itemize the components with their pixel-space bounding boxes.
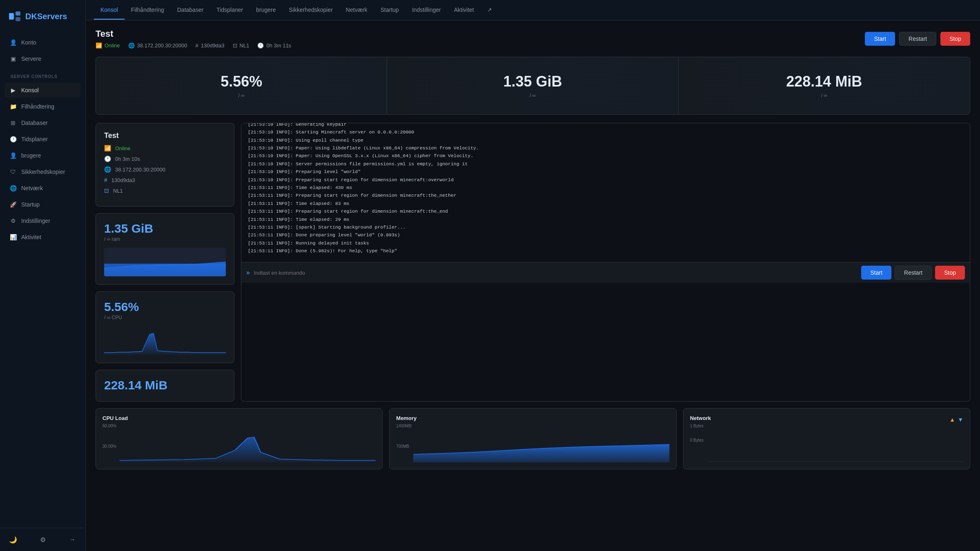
info-uptime-label: 0h 3m 10s — [115, 156, 140, 162]
theme-toggle-button[interactable]: 🌙 — [8, 535, 18, 544]
console-start-button[interactable]: Start — [861, 266, 891, 280]
server-region: ⊡ NL1 — [233, 42, 249, 49]
tab-tidsplaner[interactable]: Tidsplaner — [210, 1, 249, 20]
disk-preview-card: 228.14 MiB — [96, 370, 234, 402]
info-clock-icon: 🕐 — [104, 156, 111, 162]
cpu-label: / ∞ CPU — [104, 315, 226, 320]
folder-icon: 📁 — [10, 103, 16, 110]
tab-external[interactable]: ↗ — [481, 1, 499, 20]
konsol-icon: ▶ — [10, 87, 16, 93]
logo-icon — [8, 10, 21, 23]
sidebar-item-netvaerk[interactable]: 🌐 Netværk — [5, 181, 80, 196]
tab-sikkerhedskopier[interactable]: Sikkerhedskopier — [282, 1, 339, 20]
cpu-card: 5.56% / ∞ CPU — [96, 291, 234, 363]
clock-icon: 🕐 — [10, 136, 16, 142]
sidebar-item-aktivitet[interactable]: 📊 Aktivitet — [5, 230, 80, 244]
svg-rect-1 — [16, 11, 20, 16]
sidebar-item-indstillinger[interactable]: ⚙ Indstillinger — [5, 213, 80, 228]
stop-button[interactable]: Stop — [940, 32, 970, 46]
sidebar-item-konsol[interactable]: ▶ Konsol — [5, 83, 80, 98]
tab-indstillinger[interactable]: Indstillinger — [405, 1, 448, 20]
console-line: [21:53:10 INFO]: Preparing level "world" — [248, 168, 963, 176]
two-col-layout: Test 📶 Online 🕐 0h 3m 10s 🌐 38.172.200.3… — [96, 123, 970, 402]
sidebar-item-servere[interactable]: ▣ Servere — [5, 51, 80, 66]
external-link-icon: ↗ — [487, 7, 492, 13]
stat-ram: 1.35 GiB / ∞ — [387, 57, 678, 114]
cpu-load-scale-mid: 30.00% — [102, 444, 116, 449]
console-restart-button[interactable]: Restart — [895, 266, 932, 280]
sidebar-item-startup[interactable]: 🚀 Startup — [5, 197, 80, 212]
sidebar-item-brugere-label: brugere — [21, 152, 41, 159]
memory-scale-mid: 700MB — [396, 444, 409, 449]
settings-button[interactable]: ⚙ — [38, 535, 48, 544]
info-status-label: Online — [115, 145, 131, 151]
sidebar-item-filhaandtering[interactable]: 📁 Filhåndtering — [5, 99, 80, 114]
logo: DKServers — [0, 0, 85, 35]
sidebar-item-konsol-label: Konsol — [21, 87, 39, 93]
cpu-chart-container — [104, 326, 226, 355]
ram-card: 1.35 GiB / ∞ ram — [96, 213, 234, 285]
console-input[interactable] — [254, 270, 858, 276]
status-label: Online — [105, 42, 120, 49]
info-id-label: 130d9da3 — [111, 177, 135, 183]
logout-button[interactable]: → — [67, 535, 77, 544]
server-id: # 130d9da3 — [195, 42, 224, 49]
logo-text: DKServers — [25, 12, 67, 21]
signal-icon: 📶 — [96, 42, 102, 49]
top-nav: Konsol Filhåndtering Databaser Tidsplane… — [86, 0, 980, 20]
memory-title: Memory — [396, 415, 669, 421]
sidebar-item-aktivitet-label: Aktivitet — [21, 234, 41, 240]
tab-filhaandtering[interactable]: Filhåndtering — [125, 1, 171, 20]
cpu-chart — [104, 326, 226, 355]
database-icon: ⊞ — [10, 120, 16, 126]
sidebar-item-databaser[interactable]: ⊞ Databaser — [5, 116, 80, 130]
sidebar: DKServers 👤 Konto ▣ Servere SERVER CONTR… — [0, 0, 86, 551]
tab-netvaerk[interactable]: Netværk — [339, 1, 374, 20]
network-chart: 0 Bytes — [690, 430, 963, 462]
ram-bar-container — [104, 248, 226, 276]
sidebar-item-konto[interactable]: 👤 Konto — [5, 35, 80, 50]
stat-cpu: 5.56% / ∞ — [96, 57, 387, 114]
console-line: [21:53:10 INFO]: Starting Minecraft serv… — [248, 129, 963, 136]
sidebar-item-konto-label: Konto — [21, 39, 36, 46]
server-actions: Start Restart Stop — [865, 32, 970, 46]
sidebar-item-brugere[interactable]: 👤 brugere — [5, 148, 80, 163]
server-meta: 📶 Online 🌐 38.172.200.30:20000 # 130d9da… — [96, 42, 291, 49]
server-status: 📶 Online — [96, 42, 120, 49]
settings-icon: ⚙ — [10, 218, 16, 224]
tab-startup[interactable]: Startup — [374, 1, 405, 20]
console-line: [21:53:11 INFO]: Time elapsed: 83 ms — [248, 200, 963, 207]
sidebar-section-label: SERVER CONTROLS — [5, 68, 80, 81]
console-chevron-icon: » — [246, 269, 250, 276]
info-region-row: ⊡ NL1 — [104, 187, 226, 194]
info-hash-icon: # — [104, 177, 107, 183]
sidebar-item-tidsplaner-label: Tidsplaner — [21, 136, 48, 142]
console-line: [21:53:10 INFO]: Using epoll channel typ… — [248, 137, 963, 144]
network-card: Network ▲ ▼ 1 Bytes 0 Bytes — [683, 408, 970, 469]
server-info-card: Test 📶 Online 🕐 0h 3m 10s 🌐 38.172.200.3… — [96, 123, 234, 207]
disk-preview-value: 228.14 MiB — [104, 378, 226, 392]
activity-icon: 📊 — [10, 234, 16, 240]
hash-icon: # — [195, 42, 198, 49]
sidebar-bottom: 🌙 ⚙ → — [0, 528, 85, 551]
svg-rect-0 — [9, 13, 14, 20]
tab-brugere[interactable]: brugere — [249, 1, 282, 20]
tab-konsol[interactable]: Konsol — [94, 1, 125, 20]
sidebar-item-filhaandtering-label: Filhåndtering — [21, 103, 54, 110]
server-icon: ▣ — [10, 56, 16, 62]
console-panel: [21:53:09 INFO]: Loaded 1290 recipes[21:… — [241, 123, 970, 402]
network-title: Network — [690, 415, 711, 421]
tab-databaser[interactable]: Databaser — [171, 1, 210, 20]
console-line: [21:53:10 INFO]: Server permissions file… — [248, 160, 963, 168]
start-button[interactable]: Start — [865, 32, 895, 46]
restart-button[interactable]: Restart — [899, 32, 936, 46]
console-stop-button[interactable]: Stop — [935, 266, 965, 280]
svg-rect-2 — [16, 17, 20, 21]
memory-svg — [396, 430, 669, 462]
cpu-load-title: CPU Load — [102, 415, 376, 421]
console-input-row: » Start Restart Stop — [241, 262, 970, 283]
sidebar-item-sikkerhedskopier[interactable]: 🛡 Sikkerhedskopier — [5, 164, 80, 179]
sidebar-item-tidsplaner[interactable]: 🕐 Tidsplaner — [5, 132, 80, 147]
console-line: [21:53:10 INFO]: Generating keypair — [248, 123, 963, 128]
tab-aktivitet[interactable]: Aktivitet — [448, 1, 481, 20]
